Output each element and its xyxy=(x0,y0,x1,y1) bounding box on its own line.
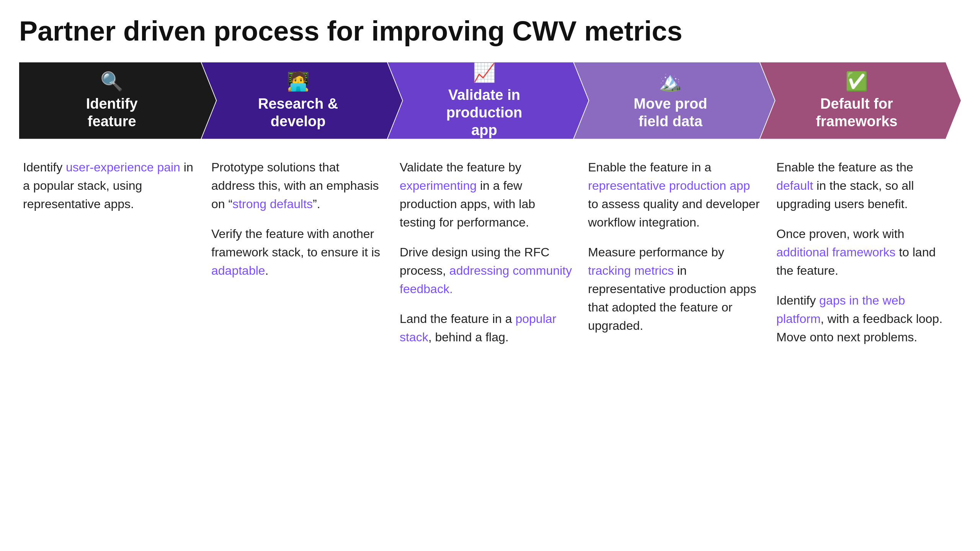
arrow-move: 🏔️Move prod field data xyxy=(574,62,774,139)
arrow-icon-default: ✅ xyxy=(845,71,868,92)
content-paragraph: Drive design using the RFC process, addr… xyxy=(400,243,573,298)
content-text: Once proven, work with xyxy=(776,227,904,241)
content-col-default: Enable the feature as the default in the… xyxy=(773,158,961,358)
content-link[interactable]: adaptable xyxy=(211,264,265,277)
arrow-title-identify: Identify feature xyxy=(86,95,138,130)
content-link[interactable]: default xyxy=(776,179,813,192)
content-text: Identify xyxy=(23,160,66,174)
content-link[interactable]: tracking metrics xyxy=(588,264,674,277)
content-link[interactable]: experimenting xyxy=(400,179,477,192)
arrow-icon-research: 🧑‍💻 xyxy=(287,71,310,92)
content-text: . xyxy=(265,264,269,277)
content-paragraph: Validate the feature by experimenting in… xyxy=(400,158,573,231)
arrows-container: 🔍Identify feature🧑‍💻Research & develop📈V… xyxy=(19,62,961,139)
arrow-research: 🧑‍💻Research & develop xyxy=(201,62,402,139)
content-paragraph: Verify the feature with another framewor… xyxy=(211,225,384,280)
content-paragraph: Identify user-experience pain in a popul… xyxy=(23,158,196,213)
content-paragraph: Measure performance by tracking metrics … xyxy=(588,243,761,335)
content-link[interactable]: representative production app xyxy=(588,179,750,192)
content-text: ”. xyxy=(313,197,320,211)
content-text: Enable the feature as the xyxy=(776,160,913,174)
page-title: Partner driven process for improving CWV… xyxy=(19,15,961,47)
arrow-icon-identify: 🔍 xyxy=(100,71,123,92)
content-text: Land the feature in a xyxy=(400,312,515,326)
arrow-icon-validate: 📈 xyxy=(473,62,496,83)
content-text: to assess quality and developer workflow… xyxy=(588,197,760,229)
arrow-default: ✅Default for frameworks xyxy=(760,62,961,139)
content-container: Identify user-experience pain in a popul… xyxy=(19,158,961,358)
arrow-title-move: Move prod field data xyxy=(634,95,707,130)
content-text: , behind a flag. xyxy=(428,330,509,344)
content-link[interactable]: user-experience pain xyxy=(66,160,180,174)
content-paragraph: Identify gaps in the web platform, with … xyxy=(776,291,949,346)
content-col-identify: Identify user-experience pain in a popul… xyxy=(19,158,207,225)
content-col-validate: Validate the feature by experimenting in… xyxy=(396,158,584,358)
content-text: Verify the feature with another framewor… xyxy=(211,227,380,259)
content-text: Validate the feature by xyxy=(400,160,521,174)
arrow-title-validate: Validate in production app xyxy=(446,86,522,139)
content-text: Measure performance by xyxy=(588,245,724,259)
content-paragraph: Prototype solutions that address this, w… xyxy=(211,158,384,213)
content-col-research: Prototype solutions that address this, w… xyxy=(207,158,396,291)
content-paragraph: Land the feature in a popular stack, beh… xyxy=(400,310,573,346)
content-text: Enable the feature in a xyxy=(588,160,711,174)
arrow-title-research: Research & develop xyxy=(258,95,338,130)
content-link[interactable]: additional frameworks xyxy=(776,245,895,259)
content-text: Identify xyxy=(776,293,819,307)
content-paragraph: Enable the feature in a representative p… xyxy=(588,158,761,231)
content-paragraph: Enable the feature as the default in the… xyxy=(776,158,949,213)
content-link[interactable]: strong defaults xyxy=(232,197,313,211)
content-col-move: Enable the feature in a representative p… xyxy=(584,158,773,346)
content-paragraph: Once proven, work with additional framew… xyxy=(776,225,949,280)
arrow-validate: 📈Validate in production app xyxy=(388,62,588,139)
arrow-icon-move: 🏔️ xyxy=(659,71,682,92)
arrow-identify: 🔍Identify feature xyxy=(19,62,216,139)
arrow-title-default: Default for frameworks xyxy=(816,95,897,130)
